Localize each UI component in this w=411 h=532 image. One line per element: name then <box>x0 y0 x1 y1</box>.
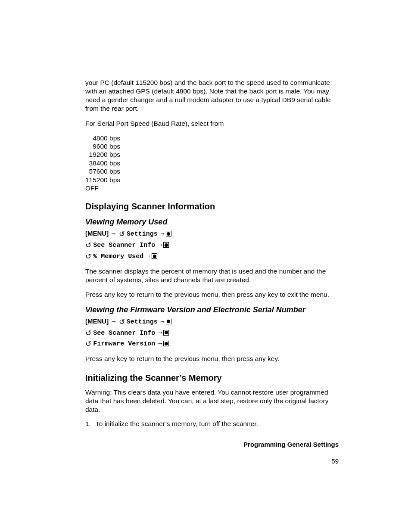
scroll-icon: ↺ <box>119 317 125 327</box>
enter-icon <box>152 253 157 259</box>
menu-item-settings: Settings <box>127 318 158 326</box>
enter-icon <box>163 330 169 336</box>
baud-option: 38400 bps <box>85 159 339 167</box>
menu-path-line: ↺ See Scanner Info → <box>85 240 339 251</box>
enter-icon <box>166 231 171 236</box>
step-1: 1.To initialize the scanner’s memory, tu… <box>85 420 339 428</box>
menu-path-line: [MENU] → ↺ Settings → <box>85 317 339 327</box>
scroll-icon: ↺ <box>85 329 91 339</box>
menu-item-firmware-version: Firmware Version <box>93 340 155 348</box>
arrow-icon: → <box>157 339 163 347</box>
menu-item-see-scanner-info: See Scanner Info <box>93 242 155 249</box>
menu-item-see-scanner-info: See Scanner Info <box>93 330 155 337</box>
baud-option: 115200 bps <box>85 176 339 184</box>
scroll-icon: ↺ <box>85 241 91 251</box>
menu-path-line: ↺ % Memory Used → <box>85 252 339 262</box>
step-number: 1. <box>85 420 96 428</box>
page-number: 59 <box>85 457 339 465</box>
firmware-paragraph: Press any key to return to the previous … <box>85 355 339 363</box>
menu-path-line: ↺ See Scanner Info → <box>85 328 339 339</box>
enter-icon <box>163 242 169 248</box>
memory-paragraph-2: Press any key to return to the previous … <box>85 290 339 299</box>
footer-section-title: Programming General Settings <box>85 441 339 448</box>
baud-option: 4800 bps <box>85 134 339 142</box>
baud-option: 9600 bps <box>85 142 339 150</box>
scroll-icon: ↺ <box>85 339 91 349</box>
warning-label: Warning: <box>85 389 112 396</box>
page-content: your PC (default 115200 bps) and the bac… <box>85 78 339 465</box>
enter-icon <box>166 319 171 324</box>
menu-key-label: [MENU] <box>85 317 109 325</box>
baud-option: 57600 bps <box>85 167 339 175</box>
baud-option: 19200 bps <box>85 150 339 159</box>
warning-you: you <box>162 389 173 396</box>
heading-viewing-memory-used: Viewing Memory Used <box>85 218 339 227</box>
menu-key-label: [MENU] <box>85 230 109 237</box>
heading-initializing-memory: Initializing the Scanner’s Memory <box>85 373 339 383</box>
menu-item-settings: Settings <box>127 230 158 238</box>
arrow-icon: → <box>159 230 166 237</box>
warning-text-1: This clears data <box>112 389 162 396</box>
arrow-icon: → <box>110 230 117 237</box>
menu-path-line: ↺ Firmware Version → <box>85 339 339 349</box>
enter-icon <box>163 341 169 346</box>
arrow-icon: → <box>145 252 152 259</box>
scroll-icon: ↺ <box>85 252 91 262</box>
scroll-icon: ↺ <box>119 230 125 240</box>
intro-paragraph: your PC (default 115200 bps) and the bac… <box>85 78 339 113</box>
baud-option: OFF <box>85 184 339 192</box>
heading-displaying-scanner-info: Displaying Scanner Information <box>85 202 339 212</box>
arrow-icon: → <box>110 317 117 325</box>
menu-path-line: [MENU] → ↺ Settings → <box>85 229 339 240</box>
step-text: To initialize the scanner’s memory, turn… <box>96 420 258 427</box>
heading-viewing-firmware: Viewing the Firmware Version and Electro… <box>85 305 339 314</box>
menu-item-memory-used: % Memory Used <box>93 253 143 260</box>
warning-paragraph: Warning: This clears data you have enter… <box>85 388 339 414</box>
baud-intro: For Serial Port Speed (Baud Rate), selec… <box>85 119 339 128</box>
arrow-icon: → <box>159 317 166 325</box>
arrow-icon: → <box>157 241 163 248</box>
memory-paragraph-1: The scanner displays the percent of memo… <box>85 267 339 284</box>
baud-rate-list: 4800 bps 9600 bps 19200 bps 38400 bps 57… <box>85 134 339 193</box>
arrow-icon: → <box>157 329 163 336</box>
